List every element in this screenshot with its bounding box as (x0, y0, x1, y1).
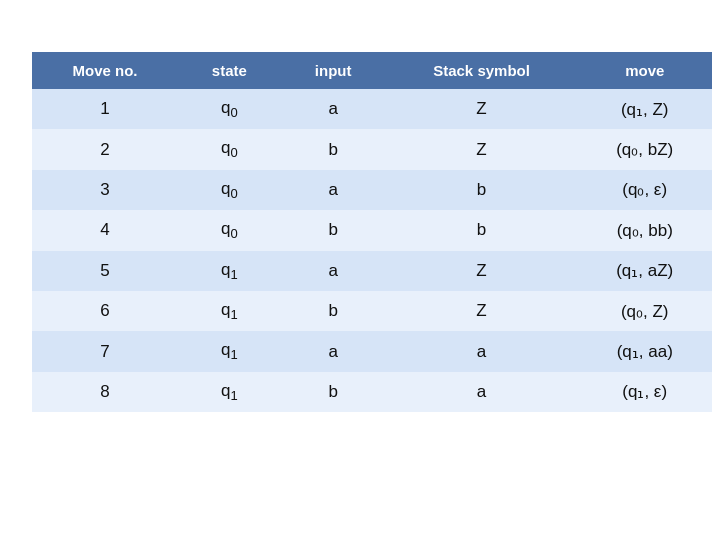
cell-result: (q₀, bZ) (577, 129, 712, 169)
cell-stack-symbol: b (386, 210, 578, 250)
cell-state: q0 (178, 170, 281, 210)
cell-result: (q₁, aa) (577, 331, 712, 371)
cell-state: q1 (178, 251, 281, 291)
cell-move-no: 8 (32, 372, 178, 412)
col-header-move-no: Move no. (32, 52, 178, 89)
table-row: 6q1bZ(q₀, Z) (32, 291, 712, 331)
cell-input: b (281, 129, 386, 169)
cell-state: q1 (178, 331, 281, 371)
cell-state: q0 (178, 129, 281, 169)
cell-stack-symbol: a (386, 372, 578, 412)
cell-result: (q₀, bb) (577, 210, 712, 250)
col-header-input: input (281, 52, 386, 89)
cell-move-no: 4 (32, 210, 178, 250)
cell-input: b (281, 372, 386, 412)
col-header-stack-symbol: Stack symbol (386, 52, 578, 89)
cell-result: (q₁, Z) (577, 89, 712, 129)
table-row: 1q0aZ(q₁, Z) (32, 89, 712, 129)
cell-move-no: 5 (32, 251, 178, 291)
cell-move-no: 2 (32, 129, 178, 169)
cell-input: b (281, 291, 386, 331)
cell-result: (q₀, Z) (577, 291, 712, 331)
cell-stack-symbol: Z (386, 251, 578, 291)
cell-input: a (281, 251, 386, 291)
cell-stack-symbol: Z (386, 89, 578, 129)
cell-input: b (281, 210, 386, 250)
cell-stack-symbol: Z (386, 129, 578, 169)
cell-input: a (281, 331, 386, 371)
col-header-state: state (178, 52, 281, 89)
table-row: 2q0bZ(q₀, bZ) (32, 129, 712, 169)
cell-state: q1 (178, 291, 281, 331)
cell-state: q0 (178, 89, 281, 129)
table-row: 8q1ba(q₁, ε) (32, 372, 712, 412)
cell-stack-symbol: b (386, 170, 578, 210)
cell-result: (q₁, ε) (577, 372, 712, 412)
cell-stack-symbol: a (386, 331, 578, 371)
cell-move-no: 1 (32, 89, 178, 129)
cell-result: (q₀, ε) (577, 170, 712, 210)
transition-table: Move no. state input Stack symbol move 1… (32, 52, 712, 412)
cell-state: q1 (178, 372, 281, 412)
cell-state: q0 (178, 210, 281, 250)
cell-stack-symbol: Z (386, 291, 578, 331)
cell-input: a (281, 170, 386, 210)
cell-move-no: 6 (32, 291, 178, 331)
table-row: 4q0bb(q₀, bb) (32, 210, 712, 250)
table-row: 5q1aZ(q₁, aZ) (32, 251, 712, 291)
cell-move-no: 3 (32, 170, 178, 210)
cell-result: (q₁, aZ) (577, 251, 712, 291)
col-header-move: move (577, 52, 712, 89)
table-row: 3q0ab(q₀, ε) (32, 170, 712, 210)
table-row: 7q1aa(q₁, aa) (32, 331, 712, 371)
cell-input: a (281, 89, 386, 129)
table-header-row: Move no. state input Stack symbol move (32, 52, 712, 89)
cell-move-no: 7 (32, 331, 178, 371)
